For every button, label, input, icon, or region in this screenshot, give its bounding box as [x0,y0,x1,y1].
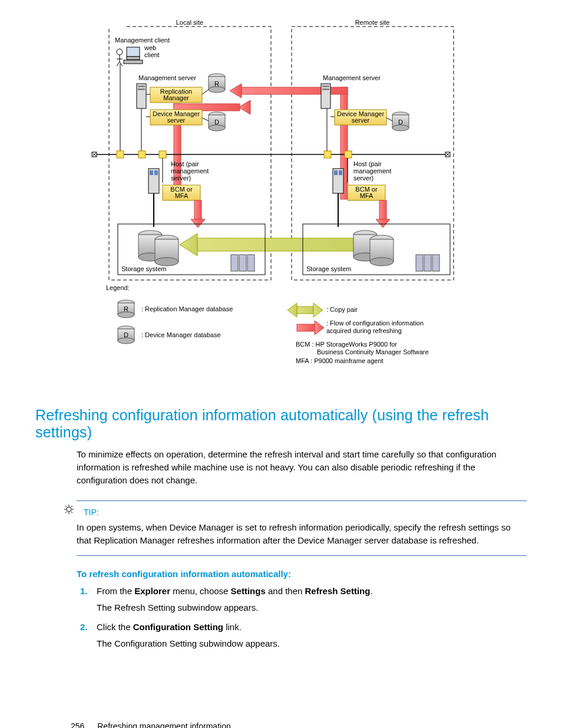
svg-line-62 [386,118,392,121]
page-number: 256 [71,722,84,728]
svg-rect-113 [424,255,431,271]
svg-point-38 [209,87,225,93]
svg-rect-5 [127,57,140,60]
svg-rect-53 [322,88,329,90]
svg-rect-29 [138,85,145,87]
svg-text:server: server [167,117,186,124]
svg-text:D: D [398,118,403,126]
step-2: Click the Configuration Setting link. Th… [93,621,527,651]
remote-site-label: Remote site [355,19,390,26]
storage-cylinders-icon [138,230,178,266]
svg-text:: Device Manager database: : Device Manager database [141,331,221,338]
svg-text:client: client [144,51,160,58]
svg-marker-87 [191,219,205,228]
local-site-label: Local site [176,19,203,26]
svg-rect-86 [194,200,201,219]
svg-text:management: management [353,167,391,174]
svg-text:acquired during refreshing: acquired during refreshing [326,327,402,334]
svg-text:Host (pair: Host (pair [353,160,382,167]
svg-marker-130 [315,321,324,335]
svg-text:Storage system: Storage system [121,265,166,272]
svg-rect-125 [297,307,313,314]
mgmt-client-label: Management client [115,37,170,44]
svg-text:server: server [352,117,370,124]
svg-rect-129 [297,324,315,331]
svg-rect-25 [159,151,166,158]
intro-paragraph: To minimize effects on operation, determ… [77,448,527,486]
svg-rect-103 [247,255,254,271]
svg-rect-69 [150,170,153,175]
svg-point-100 [155,258,178,266]
svg-rect-52 [322,85,329,87]
svg-point-117 [118,312,134,318]
svg-marker-91 [180,233,197,256]
svg-line-40 [202,90,209,94]
svg-rect-23 [117,151,124,158]
svg-rect-10 [242,87,348,94]
svg-marker-127 [313,303,323,317]
procedure-list: From the Explorer menu, choose Settings … [77,585,527,651]
svg-text:Host (pair: Host (pair [171,160,199,167]
svg-text:R: R [214,80,219,87]
section-heading: Refreshing configuration information aut… [35,407,527,441]
svg-text:D: D [214,118,219,126]
svg-marker-89 [376,219,390,228]
svg-rect-26 [324,151,331,158]
db-r-icon: R [209,74,225,93]
svg-line-48 [202,118,209,121]
svg-text:server): server) [171,174,191,182]
svg-rect-51 [321,84,330,108]
svg-text:Manager: Manager [163,94,189,101]
svg-text:MFA :  P9000 mainframe agent: MFA : P9000 mainframe agent [296,357,384,364]
svg-marker-11 [230,84,242,98]
footer-title: Refreshing management information [97,722,230,728]
architecture-diagram: Local site Remote site Management client… [82,18,527,383]
svg-text:: Replication Manager database: : Replication Manager database [141,305,233,312]
lightbulb-icon [64,505,74,515]
tip-text: In open systems, when Device Manager is … [77,521,527,547]
svg-line-144 [71,512,72,513]
svg-point-111 [370,258,394,266]
svg-line-143 [65,512,67,513]
svg-rect-27 [345,151,352,158]
svg-marker-126 [287,303,297,317]
svg-text:management: management [171,167,209,174]
svg-point-46 [209,125,225,131]
svg-text:R: R [124,305,128,312]
tip-label: TIP: [84,508,99,517]
svg-line-141 [65,506,67,507]
svg-rect-24 [138,151,146,158]
svg-rect-88 [379,200,386,219]
svg-rect-102 [239,255,246,271]
svg-line-142 [71,506,72,507]
legend-label: Legend: [106,284,130,291]
svg-point-122 [118,338,134,344]
step-1: From the Explorer menu, choose Settings … [93,585,527,615]
svg-marker-15 [239,100,250,114]
svg-text:MFA: MFA [360,192,373,199]
svg-text:Storage system: Storage system [306,265,351,272]
step-1-result: The Refresh Setting subwindow appears. [97,601,527,615]
svg-rect-81 [339,170,342,175]
db-d-icon: D [209,112,225,131]
svg-text:server): server) [353,174,373,182]
svg-rect-6 [124,60,143,64]
svg-point-3 [117,49,123,55]
mgmt-server-label-remote: Management server [323,74,381,81]
svg-rect-1 [103,21,127,28]
svg-point-60 [392,125,409,131]
svg-point-136 [67,507,71,512]
page-footer: 256 Refreshing management information [35,722,527,728]
step-2-result: The Configuration Setting subwindow appe… [97,637,527,651]
svg-rect-30 [138,88,145,90]
mgmt-server-label-local: Management server [138,74,196,81]
svg-text:: Copy pair: : Copy pair [326,306,358,313]
svg-rect-70 [154,170,158,175]
svg-rect-90 [197,238,368,251]
svg-text:D: D [124,331,128,338]
svg-text:: Flow of configuration inform: : Flow of configuration information [326,319,424,327]
svg-text:Business Continuity Manager So: Business Continuity Manager Software [317,348,429,355]
svg-rect-114 [432,255,439,271]
svg-text:web: web [144,44,156,51]
procedure-heading: To refresh configuration information aut… [77,569,527,579]
